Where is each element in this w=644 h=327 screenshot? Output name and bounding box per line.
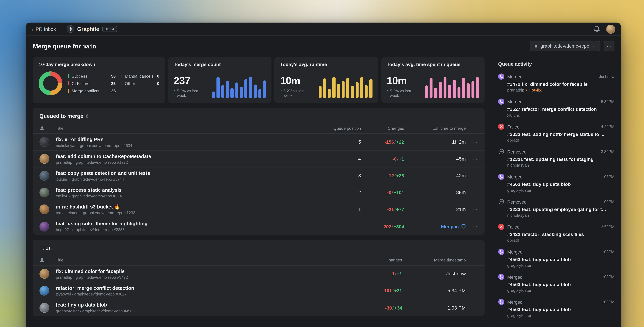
activity-item[interactable]: Failed 4:22PM #3333 feat: adding hotfix … [498, 123, 614, 142]
chart-bar [356, 82, 358, 98]
activity-author: gregoryfoster [507, 263, 614, 268]
activity-author-name: gregoryfoster [507, 313, 531, 318]
row-menu-button[interactable]: ⋯ [466, 173, 478, 179]
merged-row[interactable]: refactor: merge conflict detection ziyao… [33, 283, 485, 299]
avatar [40, 137, 49, 147]
back-to-pr-inbox-button[interactable]: ‹ PR Inbox [32, 26, 56, 32]
row-menu-button[interactable]: ⋯ [466, 223, 478, 230]
est-time: 42m [456, 173, 466, 179]
metric-bar-chart [318, 76, 372, 98]
chart-bar [370, 79, 372, 98]
metric-value-block: 10m ↑ 5.2% vs last week [387, 75, 421, 98]
queued-row[interactable]: feat: copy paste detection and unit test… [33, 167, 485, 184]
activity-item[interactable]: Merged 1:03PM #4563 feat: tidy up data b… [498, 174, 614, 193]
activity-pr-title: #4563 feat: tidy up data blob [507, 307, 614, 312]
activity-author: dbradf [507, 238, 614, 243]
row-menu-button[interactable]: ⋯ [466, 189, 478, 196]
legend-label: Merge conflicts [72, 88, 99, 93]
activity-timestamp: 5:34PM [601, 99, 614, 104]
chart-bar [444, 77, 446, 98]
activity-item[interactable]: Failed 12:59PM #2422 refactor: stacking … [498, 224, 614, 243]
pr-subtitle: gregoryfoster - graphitedev/demo-repo #4… [56, 309, 353, 313]
activity-status-icon [498, 123, 504, 130]
activity-timestamp: 1:03PM [601, 174, 614, 179]
queued-row[interactable]: feat: using color theme for highlighting… [33, 218, 485, 235]
activity-status-icon [498, 174, 504, 180]
topbar-right [593, 24, 615, 33]
activity-author-name: gregoryfoster [507, 288, 531, 293]
repo-icon: ≡ [534, 43, 538, 49]
queued-row[interactable]: fix: error diffing PRs nicholasyan - gra… [33, 134, 485, 151]
activity-status-label: Removed [507, 199, 526, 204]
activity-item[interactable]: Merged 1:03PM #4563 feat: tidy up data b… [498, 274, 614, 293]
activity-status-icon [498, 224, 504, 230]
row-menu-button[interactable]: ⋯ [466, 206, 478, 213]
branch-name: main [82, 43, 96, 49]
deletions: -0 [392, 156, 397, 161]
metric-title: Today's avg. time spent in queue [387, 62, 479, 67]
queued-row[interactable]: feat: process static analysis emikyu - g… [33, 184, 485, 201]
queue-position: 5 [322, 139, 361, 145]
chart-bar [448, 85, 451, 98]
activity-timestamp: 4:22PM [601, 124, 614, 129]
additions: +77 [396, 207, 404, 212]
pr-subtitle: bngo97 - graphitedev/demo-repo #2356 [56, 227, 322, 232]
merge-timestamp: Just now [402, 271, 466, 277]
additions: +34 [394, 305, 402, 310]
queue-position: 2 [322, 190, 361, 195]
activity-author: gregoryfoster [507, 288, 614, 293]
merge-timestamp: 1:03 PM [402, 305, 466, 311]
back-chevron-icon: ‹ [32, 26, 34, 32]
activity-head: Merged Just now [498, 73, 614, 80]
pr-subtitle: ziyaowei - graphitedev/demo-repo #3627 [56, 292, 353, 296]
activity-item[interactable]: Removed 3:34PM #12321 feat: updating tes… [498, 149, 614, 168]
chart-bar [342, 81, 345, 98]
header-overflow-menu-button[interactable]: ⋯ [604, 40, 614, 51]
pr-title-cell: feat: copy paste detection and unit test… [56, 170, 322, 181]
activity-item[interactable]: Merged 1:03PM #4563 feat: tidy up data b… [498, 299, 614, 318]
activity-item[interactable]: Merged 5:34PM #3627 refactor: merge conf… [498, 99, 614, 117]
activity-timestamp: 1:00PM [601, 199, 614, 204]
pr-subtitle: emikyu - graphitedev/demo-repo #6947 [56, 194, 322, 198]
activity-pr-title: #3472 fix: dimmed color for facepile [507, 82, 614, 86]
row-menu-button[interactable]: ⋯ [466, 156, 478, 162]
repo-selector-dropdown[interactable]: ≡ graphitedev/demo-repo ⌄ [530, 40, 600, 51]
person-icon [40, 126, 56, 131]
user-avatar[interactable] [606, 24, 615, 33]
repo-selector-value: graphitedev/demo-repo [540, 43, 589, 48]
changes-cell: -156/+22 [361, 140, 404, 144]
notifications-bell-icon[interactable] [593, 25, 600, 33]
chart-bar [258, 89, 261, 98]
activity-author: dbradf [507, 138, 614, 142]
row-menu-button[interactable]: ⋯ [466, 139, 478, 145]
metric-body: 10m ↑ 5.2% vs last week [280, 67, 372, 98]
changes-cell: -1/+1 [353, 271, 402, 276]
pr-subtitle: nicholasyan - graphitedev/demo-repo #263… [56, 143, 322, 147]
page-header: Merge queue for main ≡ graphitedev/demo-… [26, 36, 621, 56]
activity-item[interactable]: Merged Just now #3472 fix: dimmed color … [498, 73, 614, 92]
pr-title-cell: feat: process static analysis emikyu - g… [56, 187, 322, 198]
chart-bar [434, 88, 438, 98]
activity-item[interactable]: Merged 1:03PM #4563 feat: tidy up data b… [498, 249, 614, 268]
chart-bar [332, 77, 336, 98]
chart-bar [453, 80, 456, 98]
metric-bar-chart [425, 76, 479, 98]
col-merge-timestamp: Merge timestamp [402, 258, 466, 262]
avatar [40, 303, 49, 313]
merged-row[interactable]: feat: tidy up data blob gregoryfoster - … [33, 299, 485, 316]
merged-row[interactable]: fix: dimmed color for facepile pranathip… [33, 266, 485, 282]
chart-bar [365, 85, 368, 98]
additions: +1 [397, 271, 402, 276]
metric-bar-chart [212, 76, 266, 98]
legend-marker [68, 81, 69, 85]
pr-title-cell: fix: dimmed color for facepile pranathip… [56, 268, 353, 279]
pr-title: feat: process static analysis [56, 187, 322, 193]
queued-row[interactable]: feat: add column to CacheRepoMetadata pr… [33, 151, 485, 167]
desktop-background: ‹ PR Inbox Graphite BETA [0, 0, 644, 327]
activity-item[interactable]: Removed 1:00PM #3233 feat: updating empl… [498, 199, 614, 218]
activity-author: gregoryfoster [507, 313, 614, 318]
deletions: -30 [385, 305, 392, 310]
legend-marker [122, 81, 122, 85]
queued-row[interactable]: infra: hashdiff s3 bucket 🔥 tomasreimers… [33, 201, 485, 218]
col-queue-position: Queue position [322, 126, 361, 131]
